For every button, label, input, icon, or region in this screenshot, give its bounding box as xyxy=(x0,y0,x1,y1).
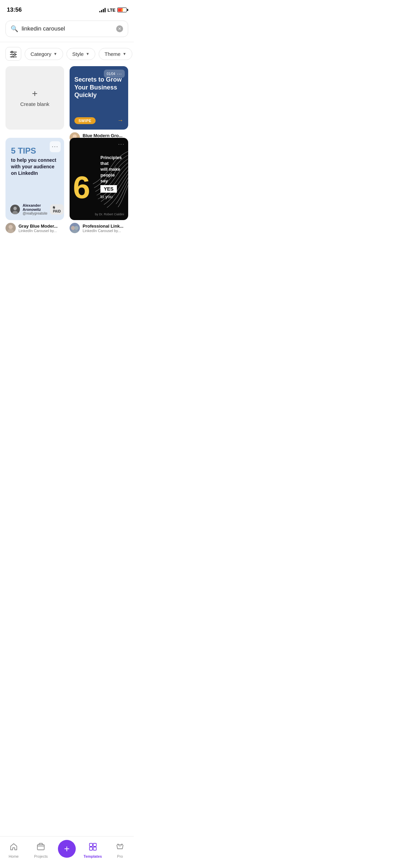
paid-badge: ₦ PAID xyxy=(50,204,63,215)
svg-point-3 xyxy=(14,54,16,56)
svg-point-15 xyxy=(71,230,79,233)
filter-style-pill[interactable]: Style ▼ xyxy=(66,48,95,60)
big-number: 6 xyxy=(73,172,90,203)
author-handle: @reallygreatsite xyxy=(23,212,47,215)
filter-category-pill[interactable]: Category ▼ xyxy=(25,48,63,60)
status-bar: 13:56 LTE ⚡ xyxy=(0,0,134,17)
create-blank-wrapper: + Create blank xyxy=(5,66,64,143)
plus-icon: + xyxy=(32,89,37,98)
tips-card-title: Gray Blue Moder... xyxy=(19,224,58,229)
filter-theme-pill[interactable]: Theme ▼ xyxy=(99,48,132,60)
tips-avatar xyxy=(5,223,16,233)
to-you-label: to you xyxy=(100,194,123,199)
yes-badge: YES xyxy=(100,185,117,193)
svg-point-9 xyxy=(13,207,17,210)
principles-card-sub: LinkedIn Carousel by... xyxy=(83,229,123,233)
status-icons: LTE ⚡ xyxy=(99,8,127,13)
tips-menu-button[interactable]: ··· xyxy=(50,141,61,152)
signal-bars-icon xyxy=(99,8,106,12)
blue-growth-card[interactable]: 01/04 ··· Secrets to Grow Your Business … xyxy=(70,66,128,130)
search-clear-button[interactable]: ✕ xyxy=(116,25,123,32)
search-input[interactable]: linkedin carousel xyxy=(22,25,113,32)
principles-meta-text: Professional Link... LinkedIn Carousel b… xyxy=(83,224,123,233)
principles-meta: Professional Link... LinkedIn Carousel b… xyxy=(70,223,128,233)
svg-point-5 xyxy=(12,56,14,58)
author-face-icon xyxy=(10,205,20,214)
svg-point-1 xyxy=(11,51,13,53)
tips-wrapper: ··· 5 TIPS to help you connect with your… xyxy=(5,138,64,233)
tips-meta: Gray Blue Moder... LinkedIn Carousel by.… xyxy=(5,223,64,233)
card-blue-title: Secrets to Grow Your Business Quickly xyxy=(74,76,123,99)
avatar-face-icon xyxy=(5,223,16,233)
principles-line2: will make xyxy=(100,167,123,172)
cialdini-author: by Dr. Robert Cialdini xyxy=(95,213,124,216)
status-time: 13:56 xyxy=(7,7,22,13)
more-options-icon: ··· xyxy=(52,144,58,150)
principles-menu-button[interactable]: ··· xyxy=(118,141,125,147)
tips-meta-text: Gray Blue Moder... LinkedIn Carousel by.… xyxy=(19,224,58,233)
more-options-icon: ··· xyxy=(117,71,122,76)
paid-label: ₦ PAID xyxy=(53,206,61,213)
search-icon: 🔍 xyxy=(11,25,18,33)
slide-badge: 01/04 ··· xyxy=(104,70,125,78)
swipe-row: SWIPE → xyxy=(74,117,123,124)
principles-card[interactable]: 6 Principles that will make people say Y… xyxy=(70,138,128,220)
svg-point-14 xyxy=(74,226,78,230)
swipe-arrow-icon: → xyxy=(99,117,123,124)
filter-theme-label: Theme xyxy=(105,51,121,57)
tips-subtitle: to help you connect with your audience o… xyxy=(11,157,59,177)
search-container: 🔍 linkedin carousel ✕ xyxy=(0,17,134,42)
author-row: Alexander Aronowitz @reallygreatsite ₦ P… xyxy=(10,203,59,215)
chevron-down-icon: ▼ xyxy=(53,52,57,56)
filter-row: Category ▼ Style ▼ Theme ▼ Format ▼ xyxy=(0,47,134,66)
filter-category-label: Category xyxy=(31,51,51,57)
tips-card[interactable]: ··· 5 TIPS to help you connect with your… xyxy=(5,138,64,220)
slide-count: 01/04 xyxy=(107,72,115,76)
principles-wrapper: 6 Principles that will make people say Y… xyxy=(70,138,128,233)
chevron-down-icon: ▼ xyxy=(123,52,126,56)
create-blank-card[interactable]: + Create blank xyxy=(5,66,64,130)
svg-point-12 xyxy=(8,229,14,233)
tips-card-sub: LinkedIn Carousel by... xyxy=(19,229,58,233)
chevron-down-icon: ▼ xyxy=(86,52,89,56)
principles-line1: Principles that xyxy=(100,155,123,167)
battery-icon: ⚡ xyxy=(117,8,127,12)
principles-card-title: Professional Link... xyxy=(83,224,123,229)
filter-settings-button[interactable] xyxy=(5,47,21,61)
author-info: Alexander Aronowitz @reallygreatsite xyxy=(23,203,47,215)
avatar-face-icon xyxy=(70,223,80,233)
search-bar[interactable]: 🔍 linkedin carousel ✕ xyxy=(5,21,128,37)
principles-line3: people say xyxy=(100,172,123,184)
author-name: Alexander Aronowitz xyxy=(23,203,47,212)
create-blank-label: Create blank xyxy=(20,101,49,107)
sliders-icon xyxy=(10,50,17,58)
templates-grid: + Create blank 01/04 ··· Secrets to Grow… xyxy=(0,66,134,233)
author-avatar xyxy=(10,205,20,214)
principles-avatar xyxy=(70,223,80,233)
blue-growth-title: Blue Modern Gro... xyxy=(83,133,122,138)
principles-content: Principles that will make people say YES… xyxy=(100,155,123,199)
swipe-label: SWIPE xyxy=(74,117,96,124)
svg-point-11 xyxy=(9,225,13,229)
divider xyxy=(0,42,134,42)
blue-growth-wrapper: 01/04 ··· Secrets to Grow Your Business … xyxy=(70,66,128,143)
lte-label: LTE xyxy=(107,8,116,13)
filter-style-label: Style xyxy=(72,51,84,57)
